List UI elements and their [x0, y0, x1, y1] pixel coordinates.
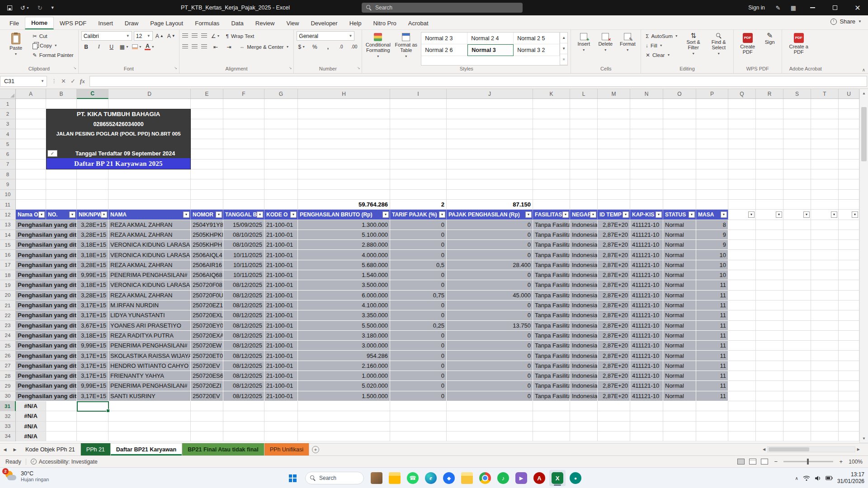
cell-D13[interactable]: REZA AKMAL ZAHRAN [108, 220, 191, 230]
taskbar-app-acrobat[interactable]: A [531, 470, 547, 486]
cell-S26[interactable] [783, 351, 811, 361]
cell-D21[interactable]: M.IRFAN NURDIN [108, 300, 191, 310]
cell-L3[interactable] [570, 119, 598, 129]
comma-style-icon[interactable]: , [323, 42, 333, 52]
cell-A29[interactable]: Penghasilan yang diter [16, 381, 77, 391]
cell-O15[interactable]: Normal [663, 240, 696, 250]
cell-T29[interactable] [811, 381, 839, 391]
cell-K13[interactable]: Tanpa Fasilitas [533, 220, 570, 230]
find-select-button[interactable]: Find & Select▼ [707, 31, 731, 66]
cell-T4[interactable] [811, 129, 839, 139]
cell-C33[interactable] [77, 422, 108, 432]
cell-P11[interactable] [696, 200, 728, 210]
cell-E29[interactable]: 250720EZI [191, 381, 223, 391]
cell-Q13[interactable] [728, 220, 756, 230]
cell-I22[interactable]: 0 [390, 310, 447, 320]
column-header-N[interactable]: N [630, 89, 663, 99]
insert-function-icon[interactable]: fx [80, 78, 85, 85]
cell-L11[interactable] [570, 200, 598, 210]
cell-C10[interactable] [77, 190, 108, 200]
cell-S5[interactable] [783, 139, 811, 149]
cell-L26[interactable]: Indonesia [570, 351, 598, 361]
cell-M22[interactable]: 2,87E+20 [598, 310, 630, 320]
column-header-Q[interactable]: Q [728, 89, 756, 99]
cell-O34[interactable] [663, 432, 696, 441]
cell-R1[interactable] [756, 99, 783, 109]
vertical-scroll-thumb[interactable] [861, 107, 867, 161]
cell-M14[interactable]: 2,87E+20 [598, 230, 630, 240]
cell-U6[interactable] [839, 149, 859, 159]
taskbar-app-excel[interactable]: X [549, 470, 566, 486]
cell-Q12[interactable]: ▼ [728, 210, 756, 220]
cell-N4[interactable] [630, 129, 663, 139]
cell-H10[interactable] [298, 190, 390, 200]
cell-N21[interactable]: 411121-10 [630, 300, 663, 310]
cell-B1[interactable] [46, 99, 77, 109]
cell-R6[interactable] [756, 149, 783, 159]
cell-J26[interactable]: 0 [447, 351, 533, 361]
cell-Q24[interactable] [728, 331, 756, 341]
cell-L28[interactable]: Indonesia [570, 371, 598, 381]
cell-K34[interactable] [533, 432, 570, 441]
cell-B8[interactable] [46, 169, 77, 179]
cell-T34[interactable] [811, 432, 839, 441]
cell-D19[interactable]: VERONICA KIDUNG LARASA [108, 280, 191, 290]
cell-I30[interactable]: 0 [390, 391, 447, 401]
cell-F17[interactable]: 10/11/2025 [223, 260, 264, 270]
filter-icon[interactable]: ▼ [257, 211, 263, 218]
format-cells-button[interactable]: ✎ Format▼ [617, 31, 638, 66]
underline-button[interactable]: U [107, 42, 117, 52]
cell-Q8[interactable] [728, 169, 756, 179]
cancel-entry-icon[interactable]: ✕ [61, 78, 66, 84]
cell-S25[interactable] [783, 341, 811, 351]
cell-O17[interactable]: Normal [663, 260, 696, 270]
cell-G22[interactable]: 21-100-01 [264, 310, 298, 320]
cell-P34[interactable] [696, 432, 728, 441]
page-break-view-button[interactable] [761, 459, 768, 465]
cell-Q15[interactable] [728, 240, 756, 250]
cell-F5[interactable] [223, 139, 264, 149]
conditional-formatting-button[interactable]: Conditional Formatting▼ [365, 31, 391, 66]
row-header-4[interactable]: 4 [0, 129, 16, 139]
decrease-font-icon[interactable]: A▼ [166, 31, 176, 41]
fill-color-button[interactable]: ▼ [132, 42, 142, 52]
cell-S2[interactable] [783, 109, 811, 119]
cell-C29[interactable]: 9,99E+15 [77, 381, 108, 391]
cell-Q3[interactable] [728, 119, 756, 129]
cell-C22[interactable]: 3,17E+15 [77, 310, 108, 320]
cell-T18[interactable] [811, 270, 839, 280]
cell-F13[interactable]: 15/09/2025 [223, 220, 264, 230]
cell-C27[interactable]: 3,17E+15 [77, 361, 108, 371]
cell-J28[interactable]: 0 [447, 371, 533, 381]
cell-A19[interactable]: Penghasilan yang diter [16, 280, 77, 290]
cell-Q17[interactable] [728, 260, 756, 270]
column-header-L[interactable]: L [570, 89, 598, 99]
cell-A17[interactable]: Penghasilan yang diter [16, 260, 77, 270]
cell-H16[interactable]: 4.000.000 [298, 250, 390, 260]
filter-icon[interactable]: ▼ [852, 211, 858, 218]
cell-B11[interactable] [46, 200, 77, 210]
increase-decimal-icon[interactable]: .0 [336, 42, 346, 52]
acrobat-create-pdf-button[interactable]: PDF Create a PDF [785, 31, 813, 66]
table-header-penghasilan-bruto-rp[interactable]: PENGHASILAN BRUTO (Rp)▼ [298, 210, 390, 220]
cell-D26[interactable]: SKOLASTIKA RAISSA WIJAYA [108, 351, 191, 361]
sort-filter-button[interactable]: ⇅ Sort & Filter▼ [682, 31, 705, 66]
cell-A3[interactable] [16, 119, 46, 129]
cell-A31[interactable]: #N/A [16, 401, 46, 411]
cell-O8[interactable] [663, 169, 696, 179]
share-button[interactable]: Share ▼ [830, 18, 862, 25]
cell-style-normal-3[interactable]: Normal 3 [467, 44, 514, 56]
cell-T12[interactable]: ▼ [811, 210, 839, 220]
cell-M31[interactable] [598, 401, 630, 411]
cell-R11[interactable] [756, 200, 783, 210]
cell-I28[interactable]: 0 [390, 371, 447, 381]
cell-F7[interactable] [223, 160, 264, 169]
table-header-status[interactable]: STATUS▼ [663, 210, 696, 220]
cell-E21[interactable]: 250720EZ1 [191, 300, 223, 310]
cell-E11[interactable] [191, 200, 223, 210]
cell-K5[interactable] [533, 139, 570, 149]
registered-checkbox[interactable]: ✓ [47, 150, 57, 157]
add-sheet-button[interactable]: + [309, 443, 322, 455]
cell-I27[interactable]: 0 [390, 361, 447, 371]
cell-K17[interactable]: Tanpa Fasilitas [533, 260, 570, 270]
